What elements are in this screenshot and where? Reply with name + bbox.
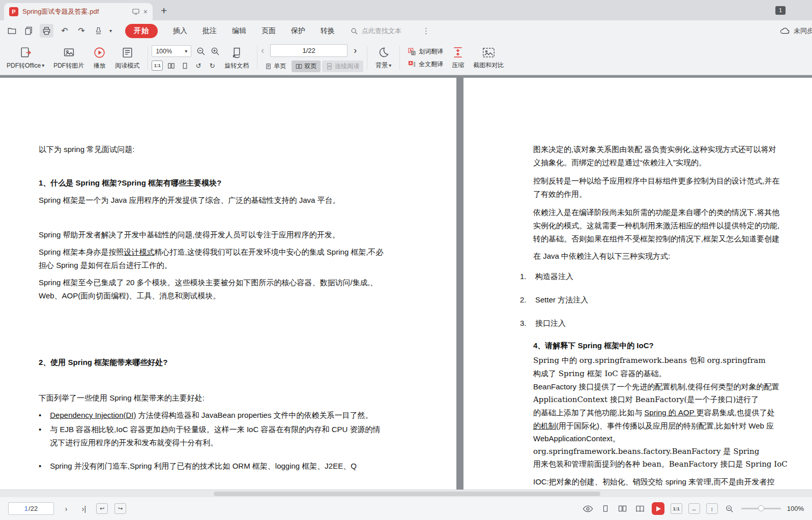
window-count-badge[interactable]: 1	[775, 6, 786, 15]
zoom-select[interactable]: 100% ▾	[152, 45, 191, 57]
tab-convert[interactable]: 转换	[321, 26, 335, 36]
tab-comment[interactable]: 批注	[202, 26, 217, 36]
tab-window-icon[interactable]	[132, 9, 139, 15]
numbered-item: 1.构造器注入	[520, 270, 812, 283]
pdf-page-right: 图来决定的,该对象关系图由装配 器负责实例化,这种实现方式还可以将对 义抽象化。…	[463, 78, 812, 490]
paragraph: 图来决定的,该对象关系图由装配 器负责实例化,这种实现方式还可以将对	[533, 143, 812, 156]
rotate-document-button[interactable]: 旋转文档	[220, 41, 253, 75]
read-mode-button[interactable]: 阅读模式	[110, 41, 144, 75]
tab-close-icon[interactable]: ×	[143, 8, 148, 16]
view-double-page-button[interactable]: 双页	[292, 60, 321, 72]
view-single-page-button[interactable]: 单页	[261, 60, 290, 72]
new-tab-button[interactable]: +	[161, 5, 167, 16]
statusbar-page-input[interactable]: 1/22	[8, 502, 54, 515]
underlined-term: Dependency Injection(DI)	[50, 411, 136, 419]
background-button[interactable]: 背景▾	[371, 41, 396, 75]
next-page-button[interactable]: ›	[61, 503, 72, 514]
tab-start[interactable]: 开始	[125, 24, 158, 38]
full-translate-button[interactable]: 全文翻译	[408, 60, 443, 69]
scrollbar-thumb[interactable]	[214, 492, 600, 496]
undo-icon[interactable]: ↶	[59, 25, 70, 37]
tab-insert[interactable]: 插入	[173, 26, 187, 36]
translate-group: 划词翻译 全文翻译	[403, 41, 447, 75]
next-page-icon[interactable]: ›	[354, 46, 357, 55]
paragraph: 的基础上添加了其他功能,比如与 Spring 的 AOP 更容易集成,也提供了处	[533, 406, 812, 419]
list-item: • Dependency Injection(DI) 方法使得构造器和 Java…	[39, 409, 388, 422]
quickbar-dropdown-icon[interactable]: ▾	[109, 28, 112, 34]
paragraph: 实例化的模式。这就需要一种机制用来激活相应的组件以提供特定的功能,	[533, 219, 812, 232]
previous-view-button[interactable]: ↩	[96, 503, 108, 514]
fit-page-button[interactable]	[165, 60, 177, 71]
screenshot-compare-icon	[482, 47, 496, 58]
slideshow-play-button[interactable]	[652, 502, 664, 515]
tab-bar: P Spring面试专题及答案.pdf × + 1	[0, 0, 812, 20]
horizontal-scrollbar[interactable]	[0, 490, 812, 497]
underlined-term: Spring 的 AOP	[644, 408, 696, 417]
paragraph: 转的基础。否则如果在组件不受框架控制的情况下,框架又怎么知道要创建	[533, 232, 812, 246]
redo-icon[interactable]: ↷	[76, 25, 87, 37]
paragraph: 以下为 spring 常见面试问题:	[39, 143, 388, 156]
tab-page[interactable]: 页面	[262, 26, 276, 36]
paragraph: 用来包装和管理前面提到的各种 bean。BeanFactory 接口是 Spri…	[533, 458, 812, 471]
document-view[interactable]: 以下为 spring 常见面试问题: 1、什么是 Spring 框架?Sprin…	[0, 75, 812, 490]
zoom-slider[interactable]	[741, 508, 781, 509]
paragraph: 下面列举了一些使用 Spring 框架带来的主要好处:	[39, 391, 388, 405]
zoom-in-icon[interactable]	[210, 46, 220, 56]
fit-width-button[interactable]	[179, 60, 190, 71]
list-item: • Spring 并没有闭门造车,Spring 利用了已有的技术比如 ORM 框…	[39, 460, 388, 473]
stamp-tool-icon[interactable]	[93, 25, 104, 37]
book-view-icon[interactable]	[634, 503, 646, 514]
pdf-file-icon: P	[9, 7, 18, 16]
pdf-to-image-button[interactable]: PDF转图片	[49, 41, 89, 75]
view-continuous-button[interactable]: 连续阅读	[322, 60, 363, 72]
chevron-down-icon: ▾	[42, 63, 44, 68]
statusbar-right-tools: 1:1 ↔ ↕ 100%	[583, 502, 804, 515]
paragraph: 了有效的作用。	[533, 188, 812, 201]
rotate-right-icon[interactable]: ↻	[207, 60, 218, 71]
print-icon[interactable]	[40, 24, 53, 38]
fit-actual-size-button[interactable]: 1:1	[152, 60, 163, 71]
sync-status[interactable]: 未同步	[779, 20, 812, 41]
find-text-box[interactable]: ⋮	[350, 26, 430, 36]
tab-protect[interactable]: 保护	[291, 26, 305, 36]
underlined-term: 设计模式	[124, 248, 155, 256]
underlined-term: 的机制	[533, 421, 556, 430]
quick-access-toolbar: ↶ ↷ ▾	[6, 24, 112, 38]
pdf-page-left: 以下为 spring 常见面试问题: 1、什么是 Spring 框架?Sprin…	[0, 78, 456, 490]
screenshot-compare-button[interactable]: 截图和对比	[469, 41, 508, 75]
pdf-to-image-icon	[63, 46, 75, 59]
paragraph: 义抽象化。而绑定的过程是通过“依赖注入”实现的。	[533, 156, 812, 169]
pdf-to-office-icon	[19, 46, 32, 59]
document-tab[interactable]: P Spring面试专题及答案.pdf ×	[4, 3, 153, 20]
moon-icon	[378, 46, 390, 58]
toolbar-divider	[399, 46, 400, 70]
paragraph: 在 Java 中依赖注入有以下三种实现方式:	[533, 250, 812, 263]
pdf-to-office-button[interactable]: PDF转Office▾	[2, 41, 49, 75]
word-translate-button[interactable]: 划词翻译	[408, 47, 443, 56]
search-input[interactable]	[362, 27, 419, 35]
last-page-button[interactable]: ›|	[78, 503, 90, 514]
next-view-button[interactable]: ↪	[114, 503, 126, 514]
compress-button[interactable]: 压缩	[447, 41, 469, 75]
search-options-icon[interactable]: ⋮	[422, 26, 430, 36]
zoom-out-icon[interactable]	[724, 503, 735, 514]
open-file-icon[interactable]	[6, 25, 17, 37]
save-icon[interactable]	[23, 25, 34, 37]
page-number-input[interactable]: 1/22	[270, 44, 347, 57]
paragraph: 构成了 Spring 框架 IoC 容器的基础。	[533, 368, 812, 381]
double-page-view-icon[interactable]	[617, 503, 628, 514]
tab-edit[interactable]: 编辑	[232, 26, 246, 36]
previous-page-icon[interactable]: ‹	[261, 46, 264, 55]
fit-page-button[interactable]: ↕	[706, 503, 718, 514]
fit-width-button[interactable]: ↔	[688, 503, 700, 514]
zoom-out-icon[interactable]	[196, 46, 206, 56]
paragraph: WebApplicationContext。	[533, 432, 812, 445]
rotate-left-icon[interactable]: ↺	[193, 60, 204, 71]
compress-icon	[452, 46, 463, 58]
single-page-view-icon[interactable]	[600, 503, 611, 514]
play-button[interactable]: 播放	[89, 41, 110, 75]
actual-size-button[interactable]: 1:1	[671, 503, 682, 514]
paragraph: IOC:把对象的创建、初始化、销毁交给 spring 来管理,而不是由开发者控	[533, 475, 812, 488]
eye-protect-icon[interactable]	[583, 503, 594, 514]
zoom-slider-handle[interactable]	[758, 505, 764, 511]
